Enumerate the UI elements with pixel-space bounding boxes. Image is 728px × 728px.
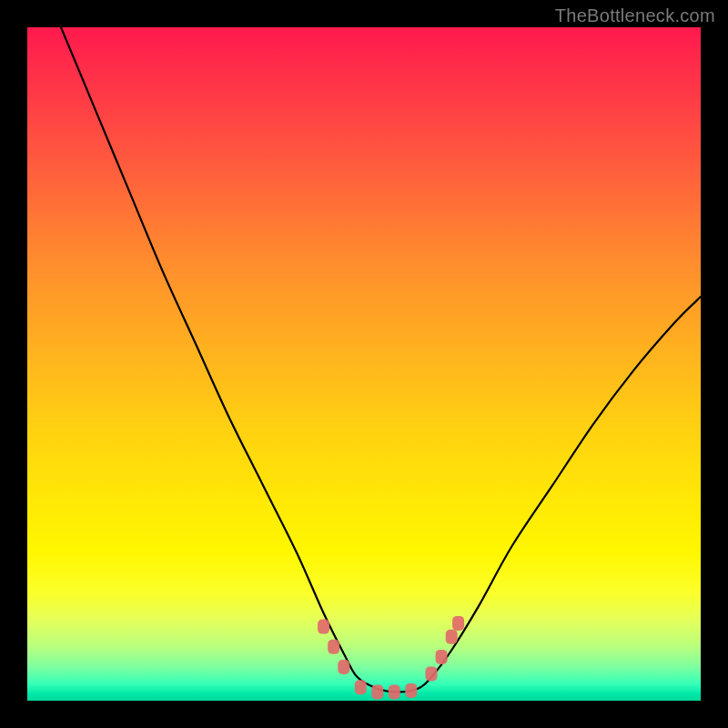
curve-marker bbox=[371, 684, 383, 699]
curve-marker bbox=[426, 666, 438, 681]
chart-frame: TheBottleneck.com bbox=[0, 0, 728, 728]
curve-marker bbox=[338, 660, 349, 674]
curve-marker bbox=[405, 683, 417, 698]
curve-marker bbox=[446, 630, 458, 644]
curve-marker bbox=[355, 680, 367, 694]
watermark-text: TheBottleneck.com bbox=[555, 5, 715, 26]
curve-marker bbox=[328, 640, 339, 654]
curve-marker bbox=[389, 684, 400, 699]
bottleneck-curve bbox=[61, 27, 701, 692]
curve-markers bbox=[318, 616, 464, 700]
curve-marker bbox=[436, 650, 448, 664]
curve-layer bbox=[27, 27, 701, 701]
curve-marker bbox=[318, 620, 329, 634]
plot-area bbox=[27, 27, 701, 701]
curve-marker bbox=[452, 616, 464, 631]
